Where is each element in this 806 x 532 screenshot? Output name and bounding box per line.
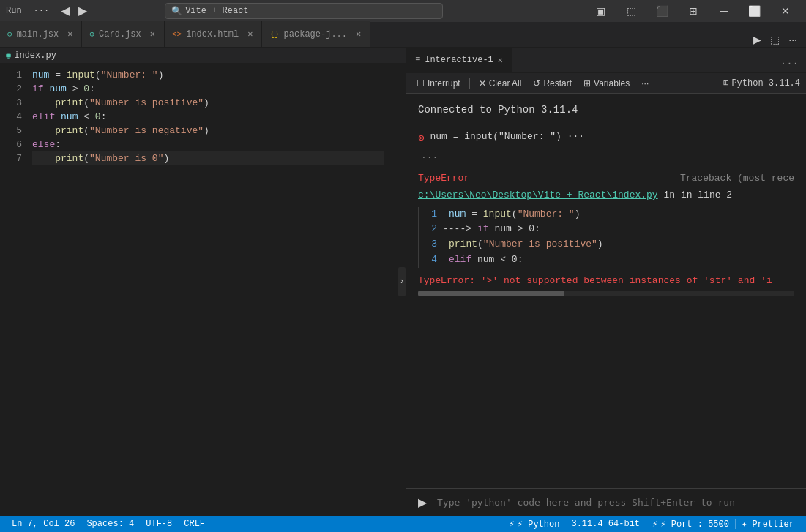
traceback-in-line: in — [663, 190, 680, 201]
menu-run[interactable]: Run — [6, 6, 22, 16]
tab-index-html[interactable]: <> index.html ✕ — [165, 21, 262, 47]
tab-package[interactable]: {} package-j... ✕ — [262, 21, 370, 47]
status-spaces[interactable]: Spaces: 4 — [81, 516, 140, 532]
traceback-file-link[interactable]: c:\Users\Neo\Desktop\Vite + React\index.… — [418, 190, 658, 201]
eol-text: CRLF — [184, 519, 205, 529]
error-final: TypeError: '>' not supported between ins… — [418, 274, 794, 288]
editor-file-tab: ◉ index.py — [0, 48, 406, 64]
code-line-2: if num > 0: — [32, 82, 384, 96]
interrupt-icon: ☐ — [417, 78, 425, 89]
interactive-output[interactable]: Connected to Python 3.11.4 ⊗ num = input… — [406, 94, 806, 488]
status-version[interactable]: 3.11.4 64-bit — [565, 516, 646, 532]
status-prettier[interactable]: ✦ Prettier — [736, 516, 800, 532]
collapse-arrow[interactable]: › — [398, 267, 406, 296]
scrollbar-thumb[interactable] — [418, 291, 564, 296]
traceback-lines: 1 num = input("Number: ") 2 ----> if num… — [418, 207, 794, 268]
nav-back[interactable]: ◀ — [58, 4, 72, 18]
file-dot-icon: ◉ — [6, 50, 11, 61]
jsx-icon: ⊕ — [7, 29, 12, 39]
version-text: 3.11.4 64-bit — [571, 519, 640, 529]
python-status-label: ⚡ Python — [518, 519, 560, 530]
more-options[interactable]: ··· — [786, 32, 800, 47]
code-input-field[interactable] — [437, 497, 799, 508]
tab-close[interactable]: ✕ — [354, 28, 362, 40]
titlebar-menu: Run ··· — [6, 6, 49, 16]
variables-button[interactable]: ⊞ Variables — [579, 77, 634, 90]
nav-forward[interactable]: ▶ — [75, 4, 90, 18]
interactive-toolbar: ☐ Interrupt ✕ Clear All ↺ Restart ⊞ Vari… — [406, 73, 806, 94]
layout-icon-4[interactable]: ⊞ — [679, 1, 708, 21]
code-line-4: elif num < 0: — [32, 110, 384, 124]
variables-icon: ⊞ — [583, 78, 591, 89]
tab-close[interactable]: ✕ — [66, 28, 74, 40]
interactive-tab-close[interactable]: ✕ — [498, 55, 503, 66]
search-text: Vite + React — [185, 6, 248, 16]
editor-filename: index.py — [14, 50, 56, 61]
more-icon: ··· — [641, 78, 649, 89]
cell-dots: ··· — [418, 151, 794, 165]
toolbar-sep-1 — [469, 78, 470, 89]
code-line-7: print("Number is 0") — [32, 151, 384, 165]
status-eol[interactable]: CRLF — [178, 516, 211, 532]
split-editor[interactable]: ⬚ — [767, 32, 783, 47]
interrupt-button[interactable]: ☐ Interrupt — [412, 77, 465, 90]
tb-line-2: 2 ----> if num > 0: — [425, 222, 794, 237]
interactive-tab[interactable]: ≡ Interactive-1 ✕ — [406, 48, 512, 72]
code-line-3: print("Number is positive") — [32, 96, 384, 110]
titlebar-search[interactable]: 🔍 Vite + React — [165, 3, 443, 19]
tab-main-jsx[interactable]: ⊕ main.jsx ✕ — [0, 21, 82, 47]
layout-icon-3[interactable]: ⬛ — [648, 1, 677, 21]
titlebar: Run ··· ◀ ▶ 🔍 Vite + React ▣ ⬚ ⬛ ⊞ ─ ⬜ ✕ — [0, 0, 806, 22]
prettier-text: ✦ Prettier — [742, 519, 794, 530]
port-text: ⚡ Port : 5500 — [660, 519, 729, 530]
code-line-1: num = input("Number: ") — [32, 68, 384, 82]
menu-more[interactable]: ··· — [34, 6, 50, 16]
tb-line-3: 3 print("Number is positive") — [425, 237, 794, 252]
connected-message: Connected to Python 3.11.4 — [418, 102, 794, 118]
win-restore[interactable]: ⬜ — [740, 1, 769, 21]
code-content[interactable]: num = input("Number: ") if num > 0: prin… — [29, 64, 384, 516]
status-encoding[interactable]: UTF-8 — [140, 516, 178, 532]
tab-label: Card.jsx — [99, 29, 141, 40]
python-icon: ⚡ — [510, 519, 515, 530]
traceback-line-num: in line 2 — [681, 190, 732, 201]
status-port[interactable]: ⚡ ⚡ Port : 5500 — [646, 516, 735, 532]
statusbar: Ln 7, Col 26 Spaces: 4 UTF-8 CRLF ⚡ ⚡ Py… — [0, 516, 806, 532]
ln-col-text: Ln 7, Col 26 — [12, 519, 75, 529]
editor-panel: ◉ index.py 1 2 3 4 5 6 7 num = input("Nu… — [0, 48, 406, 516]
layout-icon-1[interactable]: ▣ — [586, 1, 616, 21]
run-code-button[interactable]: ▶ — [414, 494, 431, 512]
status-python[interactable]: ⚡ ⚡ Python — [504, 516, 566, 532]
horizontal-scrollbar[interactable] — [418, 291, 794, 296]
layout-icon-2[interactable]: ⬚ — [617, 1, 646, 21]
spaces-text: Spaces: 4 — [86, 519, 134, 529]
restart-button[interactable]: ↺ Restart — [529, 77, 576, 90]
clear-button[interactable]: ✕ Clear All — [474, 77, 526, 90]
tab-close[interactable]: ✕ — [246, 28, 254, 40]
traceback-file-row: c:\Users\Neo\Desktop\Vite + React\index.… — [418, 188, 794, 203]
traceback-header-row: TypeError Traceback (most rece — [418, 171, 794, 186]
python-badge: ⊞ Python 3.11.4 — [723, 78, 800, 89]
search-icon: 🔍 — [171, 6, 182, 17]
statusbar-right: ⚡ ⚡ Python 3.11.4 64-bit ⚡ ⚡ Port : 5500… — [504, 516, 800, 532]
pkg-icon: {} — [269, 30, 279, 39]
tab-label: index.html — [186, 29, 239, 40]
error-block: TypeError Traceback (most rece c:\Users\… — [418, 171, 794, 297]
titlebar-nav: ◀ ▶ — [58, 4, 90, 18]
titlebar-controls: ▣ ⬚ ⬛ ⊞ ─ ⬜ ✕ — [586, 1, 800, 21]
run-button[interactable]: ▶ — [750, 32, 764, 47]
restart-icon: ↺ — [533, 78, 540, 89]
tab-actions: ▶ ⬚ ··· — [750, 32, 806, 47]
tab-close[interactable]: ✕ — [149, 28, 157, 40]
win-minimize[interactable]: ─ — [709, 1, 739, 21]
more-toolbar-button[interactable]: ··· — [637, 77, 653, 90]
status-ln-col[interactable]: Ln 7, Col 26 — [6, 516, 81, 532]
interactive-tabbar: ≡ Interactive-1 ✕ ··· — [406, 48, 806, 73]
jsx-icon: ⊕ — [89, 29, 94, 39]
interactive-tab-more[interactable]: ··· — [780, 58, 806, 72]
win-close[interactable]: ✕ — [771, 1, 800, 21]
port-icon: ⚡ — [652, 519, 657, 530]
tab-card-jsx[interactable]: ⊕ Card.jsx ✕ — [82, 21, 164, 47]
code-line-5: print("Number is negative") — [32, 124, 384, 138]
python-badge-icon: ⊞ — [723, 78, 728, 89]
